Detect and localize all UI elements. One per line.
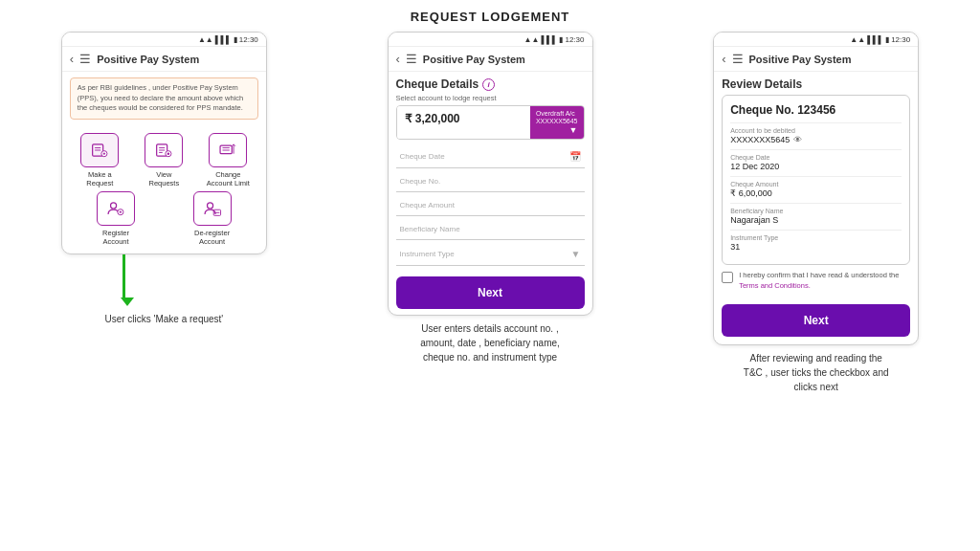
back-icon-3[interactable]: ‹ [722,52,725,66]
dropdown-chevron-icon: ▼ [571,249,581,259]
review-cheque-number: Cheque No. 123456 [730,103,902,117]
menu-register-account[interactable]: Register Account [70,191,163,246]
dropdown-arrow: ▼ [569,125,578,135]
view-requests-label: View Requests [148,170,179,187]
nav-bar-3: ‹ ☰ Positive Pay System [714,47,918,72]
eye-icon[interactable]: 👁 [793,135,802,144]
time-1: 12:30 [239,35,258,44]
green-arrowhead [121,298,134,306]
wifi-icon-3: ▲▲ [850,35,865,44]
green-arrow [61,254,267,306]
time-3: 12:30 [891,35,910,44]
account-number: XXXXXX5645 [536,118,578,124]
signal-icon-3: ▌▌▌ [867,35,883,44]
beneficiary-field-label: Beneficiary Name [730,208,902,214]
deregister-account-icon-box [193,191,232,226]
nav-bar-2: ‹ ☰ Positive Pay System [389,47,592,72]
page-title: REQUEST LODGEMENT [411,10,570,24]
change-limit-label: Change Account Limit [207,170,250,187]
date-field-label: Cheque Date [730,154,902,161]
menu-grid-row1: Make a Request View Reque [62,125,266,191]
cheque-no-field[interactable]: Cheque No. [396,171,585,192]
signal-icon: ▌▌▌ [215,35,232,44]
deregister-account-label: De-register Account [194,229,230,246]
divider-1 [730,122,902,123]
make-request-label: Make a Request [86,170,113,187]
status-icons-2: ▲▲ ▌▌▌ ▮ 12:30 [524,35,585,44]
wifi-icon-2: ▲▲ [524,35,540,44]
make-request-icon-box [80,133,119,167]
view-requests-icon-box [145,133,183,167]
screen3-caption: After reviewing and reading the T&C , us… [744,351,889,394]
divider-4 [730,203,902,204]
menu-grid-row2: Register Account De-register Account [62,191,266,253]
cheque-no-placeholder: Cheque No. [400,177,441,186]
terms-text: I hereby confirm that I have read & unde… [739,271,910,291]
menu-make-request[interactable]: Make a Request [70,133,130,187]
instrument-field-label: Instrument Type [730,234,902,241]
divider-2 [730,149,902,150]
register-account-label: Register Account [102,229,129,246]
wifi-icon: ▲▲ [198,35,213,44]
menu-change-limit[interactable]: Change Account Limit [198,133,258,187]
svg-point-20 [207,202,212,208]
svg-rect-12 [220,145,232,154]
register-account-icon-box [97,191,135,226]
cheque-amount-placeholder: Cheque Amount [400,201,455,209]
info-icon[interactable]: i [482,78,495,91]
nav-bar-1: ‹ ☰ Positive Pay System [62,47,266,72]
account-selector[interactable]: ₹ 3,20,000 Overdraft A/c XXXXXX5645 ▼ [396,105,585,140]
status-icons-3: ▲▲ ▌▌▌ ▮ 12:30 [850,35,910,44]
cheque-date-field[interactable]: Cheque Date 📅 [396,145,585,168]
divider-3 [730,176,902,177]
account-field-label: Account to be debited [730,127,902,134]
rbi-notice: As per RBI guidelines , under Positive P… [70,77,258,120]
register-account-icon [105,198,126,219]
cheque-date-placeholder: Cheque Date [400,152,445,161]
menu-icon-3[interactable]: ☰ [732,52,744,66]
nav-title-1: Positive Pay System [97,54,258,65]
back-icon-2[interactable]: ‹ [396,52,400,66]
battery-icon: ▮ [234,35,237,44]
review-title: Review Details [714,72,918,95]
next-button-2[interactable]: Next [396,276,585,309]
screen2-content: Cheque Details i Select account to lodge… [389,72,592,315]
menu-icon-2[interactable]: ☰ [406,52,417,66]
instrument-type-field[interactable]: Instrument Type ▼ [396,243,585,266]
next-button-3[interactable]: Next [722,304,910,337]
status-bar-1: ▲▲ ▌▌▌ ▮ 12:30 [62,33,266,47]
review-card: Cheque No. 123456 Account to be debited … [722,95,910,265]
cheque-amount-field[interactable]: Cheque Amount [396,195,585,216]
change-limit-icon [217,140,238,161]
instrument-field-value: 31 [730,242,902,252]
review-field-date: Cheque Date 12 Dec 2020 [730,154,902,171]
beneficiary-name-field[interactable]: Beneficiary Name [396,219,585,240]
next-btn-container: Next [714,297,918,344]
instrument-type-placeholder: Instrument Type [400,250,455,258]
svg-point-11 [167,152,169,154]
date-field-value: 12 Dec 2020 [730,162,902,171]
calendar-icon: 📅 [569,151,581,162]
battery-icon-2: ▮ [559,35,563,44]
divider-5 [730,230,902,231]
menu-icon-1[interactable]: ☰ [79,52,91,66]
battery-icon-3: ▮ [885,35,889,44]
menu-deregister-account[interactable]: De-register Account [166,191,258,246]
screen2-caption: User enters details account no. , amount… [420,321,560,364]
terms-checkbox[interactable] [722,272,733,283]
terms-link[interactable]: Terms and Conditions. [739,281,811,290]
account-field-value: XXXXXXX5645 👁 [730,135,902,144]
select-label: Select account to lodge request [396,94,585,102]
status-icons-1: ▲▲ ▌▌▌ ▮ 12:30 [198,35,258,44]
back-icon-1[interactable]: ‹ [70,52,74,66]
review-field-instrument: Instrument Type 31 [730,234,902,252]
svg-point-16 [111,202,117,208]
menu-view-requests[interactable]: View Requests [134,133,194,187]
review-field-account: Account to be debited XXXXXXX5645 👁 [730,127,902,144]
change-limit-icon-box [209,133,247,167]
terms-checkbox-row: I hereby confirm that I have read & unde… [722,271,910,291]
time-2: 12:30 [565,35,584,44]
account-amount: ₹ 3,20,000 [397,106,530,139]
nav-title-2: Positive Pay System [423,54,585,65]
status-bar-2: ▲▲ ▌▌▌ ▮ 12:30 [389,33,592,47]
